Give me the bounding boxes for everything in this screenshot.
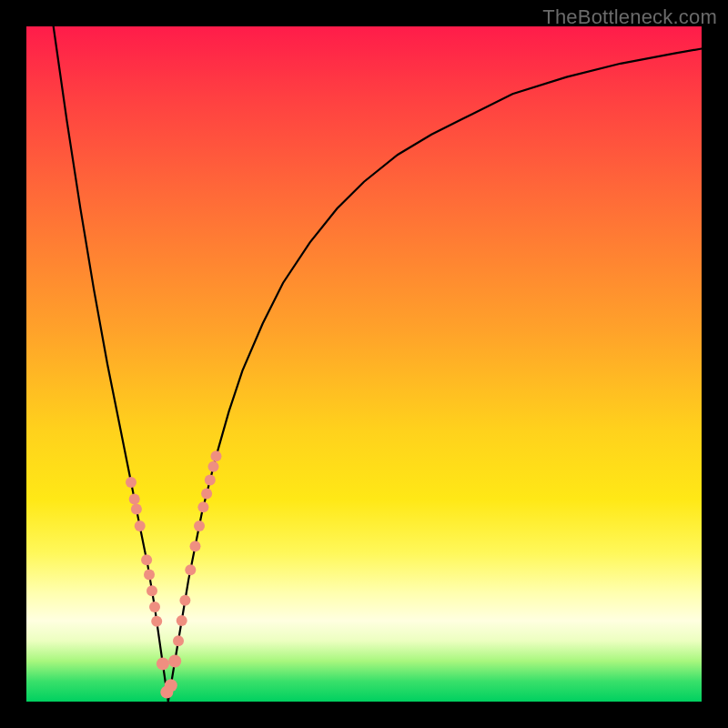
chart-frame: TheBottleneck.com — [0, 0, 728, 728]
curve-marker — [144, 570, 155, 581]
curve-svg — [26, 26, 702, 702]
curve-marker — [190, 541, 201, 551]
curve-marker — [185, 564, 196, 575]
curve-marker — [168, 655, 181, 668]
curve-marker — [173, 635, 184, 646]
curve-marker — [126, 477, 136, 488]
curve-marker — [157, 657, 169, 670]
curve-marker — [149, 602, 160, 612]
curve-marker — [179, 595, 190, 606]
curve-marker — [211, 450, 222, 461]
curve-marker — [129, 493, 140, 504]
curve-marker — [151, 616, 162, 627]
bottleneck-curve — [54, 26, 702, 702]
curve-marker — [201, 489, 212, 500]
curve-marker — [141, 554, 152, 565]
curve-marker — [165, 679, 177, 692]
curve-marker — [197, 501, 208, 512]
curve-marker — [194, 521, 205, 531]
curve-marker — [131, 504, 142, 515]
curve-marker — [208, 461, 219, 472]
plot-area — [26, 26, 702, 702]
curve-marker — [177, 615, 187, 626]
curve-marker — [135, 521, 146, 531]
watermark-text: TheBottleneck.com — [542, 5, 717, 29]
curve-marker — [147, 585, 157, 596]
curve-marker — [205, 475, 216, 486]
